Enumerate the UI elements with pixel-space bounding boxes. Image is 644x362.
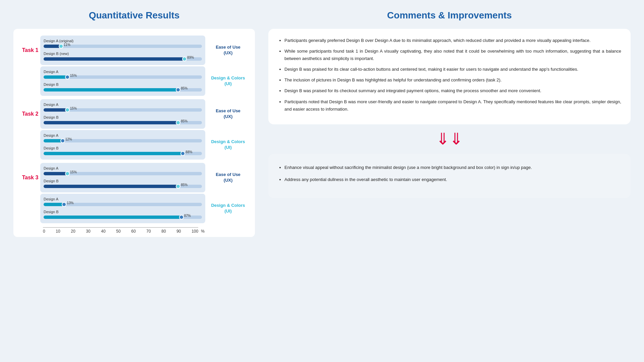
task-category-label: Design & Colors(UI): [208, 194, 248, 223]
x-axis-label: 10: [56, 229, 60, 234]
bar-track-wrapper: 87%: [44, 215, 202, 220]
task-label: Task 3: [20, 163, 40, 192]
bar-track-wrapper: 85%: [44, 87, 202, 93]
task-row: Task 3Design A15%Design B85%Ease of Use(…: [20, 163, 248, 192]
bar-dot: [59, 44, 63, 49]
bars-container: Design A (original)11%Design B (new)89%: [40, 36, 205, 65]
task-group: Task 2Design A15%Design B85%Ease of Use(…: [20, 99, 248, 161]
task-label: Task 1: [20, 36, 40, 65]
bar-group: Design A (original)11%: [44, 39, 202, 49]
bar-dot: [182, 57, 187, 61]
left-title: Quantitative Results: [13, 10, 255, 21]
task-label: Task 2: [20, 99, 40, 129]
bar-pct-label: 87%: [184, 214, 191, 218]
bar-label: Design A: [44, 133, 202, 137]
bar-dot: [179, 215, 184, 220]
x-axis-label: 40: [101, 229, 105, 234]
bar-group: Design A12%: [44, 133, 202, 143]
task-row: Task 1Design A (original)11%Design B (ne…: [20, 36, 248, 65]
bar-fill: [44, 108, 67, 112]
bars-container: Design A15%Design B85%: [40, 66, 205, 96]
bars-container: Design A13%Design B87%: [40, 194, 205, 223]
bar-track-wrapper: 89%: [44, 56, 202, 62]
x-axis-label: 70: [146, 229, 151, 234]
right-title: Comments & Improvements: [268, 10, 631, 21]
bar-dot: [65, 75, 70, 79]
task-label: [20, 130, 40, 160]
bar-label: Design A: [44, 166, 202, 170]
bar-group: Design B88%: [44, 146, 202, 156]
bar-track-wrapper: 15%: [44, 171, 202, 176]
improvements-box: Enhance visual appeal without sacrificin…: [268, 154, 631, 198]
x-axis-label: 100: [192, 229, 198, 234]
bar-fill: [44, 203, 64, 206]
x-axis-label: 60: [131, 229, 136, 234]
bar-group: Design B85%: [44, 179, 202, 189]
x-axis-labels: 0102030405060708090100: [43, 227, 198, 234]
bar-pct-label: 15%: [70, 107, 77, 110]
bar-dot: [65, 108, 70, 112]
bar-track-wrapper: 13%: [44, 202, 202, 207]
bar-track-wrapper: 85%: [44, 120, 202, 125]
chart-area: Task 1Design A (original)11%Design B (ne…: [13, 29, 255, 237]
bar-pct-label: 89%: [187, 56, 194, 59]
bar-fill: [44, 75, 67, 79]
task-category-label: Design & Colors(UI): [208, 66, 248, 96]
bar-fill: [44, 57, 184, 61]
bar-pct-label: 11%: [64, 43, 70, 47]
bar-group: Design A15%: [44, 103, 202, 113]
comments-box: Participants generally preferred Design …: [268, 29, 631, 124]
bar-group: Design B87%: [44, 210, 202, 220]
comments-list: Participants generally preferred Design …: [278, 37, 621, 113]
bar-label: Design A (original): [44, 39, 202, 43]
right-panel: Comments & Improvements Participants gen…: [268, 10, 631, 352]
bar-label: Design A: [44, 103, 202, 107]
bars-container: Design A15%Design B85%: [40, 99, 205, 129]
bar-track-wrapper: 12%: [44, 138, 202, 143]
bar-fill: [44, 88, 178, 92]
bar-pct-label: 15%: [70, 74, 77, 77]
bar-dot: [60, 138, 65, 143]
left-panel: Quantitative Results Task 1Design A (ori…: [13, 10, 255, 352]
bar-label: Design A: [44, 197, 202, 201]
bar-track-wrapper: 88%: [44, 151, 202, 156]
improvements-list: Enhance visual appeal without sacrificin…: [278, 164, 621, 183]
x-axis-label: 90: [176, 229, 181, 234]
task-category-label: Design & Colors(UI): [208, 130, 248, 160]
bars-container: Design A12%Design B88%: [40, 130, 205, 160]
x-axis: 0102030405060708090100 %: [20, 227, 248, 234]
bar-fill: [44, 185, 178, 188]
bar-label: Design B: [44, 115, 202, 119]
task-category-label: Ease of Use(UX): [208, 163, 248, 192]
comment-item: The inclusion of pictures in Design B wa…: [284, 76, 621, 84]
bar-track-wrapper: 11%: [44, 44, 202, 49]
bar-fill: [44, 121, 178, 124]
task-group: Task 3Design A15%Design B85%Ease of Use(…: [20, 163, 248, 225]
bar-pct-label: 85%: [181, 183, 187, 187]
bar-pct-label: 13%: [67, 201, 73, 205]
bar-track-wrapper: 15%: [44, 107, 202, 113]
bar-pct-label: 12%: [65, 137, 72, 141]
bar-fill: [44, 139, 63, 142]
bar-pct-label: 88%: [185, 150, 192, 154]
task-row: Design A15%Design B85%Design & Colors(UI…: [20, 66, 248, 96]
bar-track-wrapper: 85%: [44, 184, 202, 189]
task-category-label: Ease of Use(UX): [208, 99, 248, 129]
comment-item: Participants generally preferred Design …: [284, 37, 621, 44]
bar-pct-label: 85%: [181, 86, 187, 90]
x-axis-label: 0: [43, 229, 45, 234]
comment-item: Participants noted that Design B was mor…: [284, 98, 621, 113]
bar-group: Design A15%: [44, 70, 202, 80]
bar-label: Design B: [44, 146, 202, 150]
bar-pct-label: 15%: [70, 170, 77, 174]
bar-label: Design B: [44, 179, 202, 183]
bar-label: Design B: [44, 210, 202, 214]
bar-group: Design A13%: [44, 197, 202, 207]
comment-item: Design B was praised for its checkout su…: [284, 87, 621, 95]
task-row: Design A12%Design B88%Design & Colors(UI…: [20, 130, 248, 160]
task-row: Design A13%Design B87%Design & Colors(UI…: [20, 194, 248, 223]
bar-fill: [44, 152, 183, 155]
x-axis-label: 20: [71, 229, 75, 234]
comment-item: Design B was praised for its clear call-…: [284, 66, 621, 73]
bar-dot: [65, 171, 70, 176]
